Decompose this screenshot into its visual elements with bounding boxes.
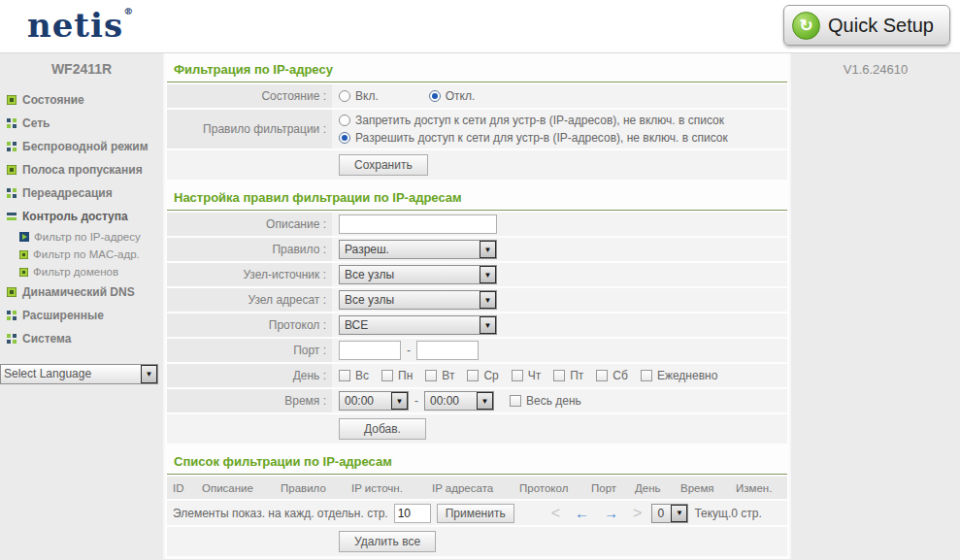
day-tue-checkbox[interactable] xyxy=(425,370,437,381)
sidebar-item-access-control[interactable]: Контроль доступа xyxy=(0,205,163,228)
chevron-down-icon[interactable]: ▼ xyxy=(480,266,496,283)
day-thu-checkbox[interactable] xyxy=(512,370,523,381)
protocol-select[interactable]: ВСЕ ▼ xyxy=(339,315,497,335)
state-off-option[interactable]: Откл. xyxy=(429,89,476,103)
access-bars-icon xyxy=(7,212,17,221)
port-separator: - xyxy=(407,344,411,357)
source-host-row: Узел-источник : Все узлы ▼ xyxy=(167,263,787,286)
dest-host-select-value: Все узлы xyxy=(340,291,480,309)
rule-allow-radio[interactable] xyxy=(339,132,350,144)
quick-setup-button[interactable]: ↻ Quick Setup xyxy=(783,5,950,46)
day-everyday-option[interactable]: Ежедневно xyxy=(641,369,717,382)
filter-rule-row: Правило фильтрации : Запретить доступ к … xyxy=(167,110,787,148)
dest-host-select[interactable]: Все узлы ▼ xyxy=(339,290,497,310)
day-sat-option[interactable]: Сб xyxy=(596,369,628,382)
sidebar-item-status[interactable]: Состояние xyxy=(0,88,163,112)
status-square-icon xyxy=(7,95,17,105)
per-page-input[interactable] xyxy=(394,504,431,523)
rule-deny-option[interactable]: Запретить доступ к сети для устр-в (IP-а… xyxy=(339,114,728,127)
chevron-down-icon[interactable]: ▼ xyxy=(480,291,496,309)
page-select[interactable]: 0 ▼ xyxy=(651,504,688,523)
sidebar-item-system[interactable]: Система xyxy=(0,327,163,350)
port-to-input[interactable] xyxy=(416,341,479,360)
firmware-version: V1.6.24610 xyxy=(791,53,960,77)
state-off-radio[interactable] xyxy=(429,90,441,102)
bandwidth-square-icon xyxy=(7,165,17,175)
source-host-select[interactable]: Все узлы ▼ xyxy=(339,265,497,284)
chevron-down-icon[interactable]: ▼ xyxy=(141,365,157,383)
sidebar-subitem-ip-filter[interactable]: Фильтр по IP-адресу xyxy=(0,228,163,246)
sidebar-item-bandwidth[interactable]: Полоса пропускания xyxy=(0,158,163,181)
protocol-select-value: ВСЕ xyxy=(340,316,480,334)
section-title-ip-filtering: Фильтрация по IP-адресу xyxy=(167,55,787,82)
rule-allow-option[interactable]: Разрешить доступ к сети для устр-в (IP-а… xyxy=(339,131,728,145)
day-sat-checkbox[interactable] xyxy=(596,370,608,381)
col-time: Время xyxy=(675,482,730,494)
sidebar-item-network[interactable]: Сеть xyxy=(0,112,163,135)
state-label: Состояние : xyxy=(167,84,332,108)
day-fri-checkbox[interactable] xyxy=(553,370,565,381)
day-fri-option[interactable]: Пт xyxy=(553,369,583,382)
port-row: Порт : - xyxy=(167,339,787,362)
rule-select[interactable]: Разреш. ▼ xyxy=(339,240,497,259)
day-wed-checkbox[interactable] xyxy=(467,370,479,381)
time-to-select[interactable]: 00:00 ▼ xyxy=(424,391,494,411)
netis-logo: netis® xyxy=(27,6,134,45)
day-sun-option[interactable]: Вс xyxy=(339,369,369,382)
add-row: Добав. xyxy=(167,414,787,444)
state-on-radio[interactable] xyxy=(339,90,350,102)
day-thu-option[interactable]: Чт xyxy=(512,369,542,382)
sidebar-item-forwarding[interactable]: Переадресация xyxy=(0,181,163,205)
apply-button[interactable]: Применить xyxy=(437,504,514,523)
sidebar-item-advanced[interactable]: Расширенные xyxy=(0,304,163,327)
day-tue-option[interactable]: Вт xyxy=(425,369,454,382)
chevron-down-icon[interactable]: ▼ xyxy=(480,316,496,334)
delete-all-button[interactable]: Удалить все xyxy=(339,531,436,552)
chevron-down-icon[interactable]: ▼ xyxy=(391,392,408,410)
dest-host-row: Узел адресат : Все узлы ▼ xyxy=(167,288,787,312)
time-label: Время : xyxy=(167,389,332,412)
rule-select-value: Разреш. xyxy=(340,241,480,258)
col-rule: Правило xyxy=(275,482,346,494)
chevron-down-icon[interactable]: ▼ xyxy=(671,505,687,522)
section-title-filter-list: Список фильтрации по IP-адресам xyxy=(167,447,787,475)
day-mon-option[interactable]: Пн xyxy=(381,369,413,382)
sidebar-item-ddns[interactable]: Динамический DNS xyxy=(0,280,163,304)
delete-all-row: Удалить все xyxy=(167,527,787,556)
time-to-value: 00:00 xyxy=(425,392,477,410)
sidebar-subitem-domain-filter[interactable]: Фильтр доменов xyxy=(0,263,163,280)
all-day-option[interactable]: Весь день xyxy=(510,394,581,408)
description-input[interactable] xyxy=(339,214,497,234)
save-button[interactable]: Сохранить xyxy=(339,154,428,176)
day-everyday-checkbox[interactable] xyxy=(641,370,652,381)
last-page-icon[interactable]: > xyxy=(633,505,642,522)
first-page-icon[interactable]: < xyxy=(551,505,560,522)
day-wed-option[interactable]: Ср xyxy=(467,369,498,382)
day-sun-checkbox[interactable] xyxy=(339,370,350,381)
port-from-input[interactable] xyxy=(339,341,401,360)
ddns-square-icon xyxy=(7,287,17,297)
sidebar-item-wireless[interactable]: Беспроводной режим xyxy=(0,135,163,158)
network-grid-icon xyxy=(7,118,17,128)
chevron-down-icon[interactable]: ▼ xyxy=(477,392,493,410)
wireless-grid-icon xyxy=(7,142,17,151)
all-day-checkbox[interactable] xyxy=(510,395,521,407)
col-description: Описание xyxy=(196,482,275,494)
time-from-select[interactable]: 00:00 ▼ xyxy=(339,391,409,411)
language-select[interactable]: Select Language ▼ xyxy=(0,364,158,384)
day-mon-checkbox[interactable] xyxy=(381,370,393,381)
prev-page-icon[interactable]: ← xyxy=(575,505,589,521)
sidebar-subitem-mac-filter[interactable]: Фильтр по MAC-адр. xyxy=(0,246,163,263)
day-label: День : xyxy=(167,364,332,387)
rule-deny-radio[interactable] xyxy=(339,115,350,126)
quick-setup-label: Quick Setup xyxy=(828,15,934,37)
quick-setup-arrow-icon: ↻ xyxy=(792,12,820,40)
current-page-label: Текущ.0 стр. xyxy=(694,507,761,520)
next-page-icon[interactable]: → xyxy=(604,505,618,521)
chevron-down-icon[interactable]: ▼ xyxy=(480,241,496,258)
col-id: ID xyxy=(167,482,196,494)
add-button[interactable]: Добав. xyxy=(339,418,426,440)
state-on-option[interactable]: Вкл. xyxy=(339,89,379,103)
col-protocol: Протокол xyxy=(513,482,585,494)
protocol-row: Протокол : ВСЕ ▼ xyxy=(167,313,787,337)
